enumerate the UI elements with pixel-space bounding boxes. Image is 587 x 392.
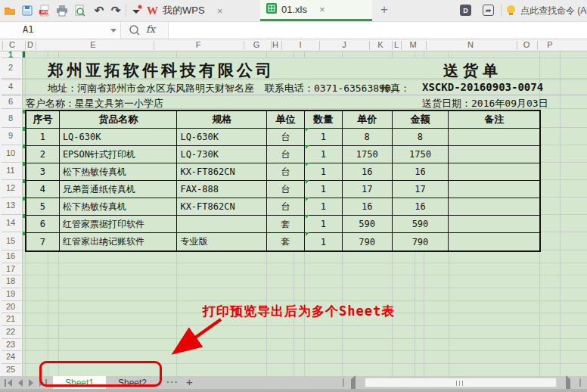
- table-cell[interactable]: 8: [343, 129, 393, 146]
- column-header-J[interactable]: J: [338, 40, 350, 49]
- table-cell[interactable]: 专业版: [177, 233, 267, 250]
- table-cell[interactable]: 1: [26, 129, 60, 146]
- table-cell[interactable]: 16: [393, 163, 449, 181]
- table-cell[interactable]: 台: [267, 129, 305, 146]
- last-sheet-icon[interactable]: [38, 379, 47, 387]
- column-header-M[interactable]: M: [407, 40, 419, 49]
- table-cell[interactable]: [177, 216, 267, 233]
- close-tab-icon[interactable]: ×: [217, 5, 223, 17]
- table-cell[interactable]: 590: [343, 216, 393, 233]
- table-cell[interactable]: FAX-888: [177, 181, 267, 198]
- more-sheets-icon[interactable]: ···: [166, 376, 179, 389]
- table-cell[interactable]: 1750: [343, 146, 393, 163]
- column-header-C[interactable]: C: [6, 40, 18, 49]
- row-header-19[interactable]: 19: [0, 288, 21, 299]
- next-sheet-icon[interactable]: [27, 379, 36, 387]
- print-icon[interactable]: [55, 4, 69, 17]
- row-header-21[interactable]: 21: [0, 313, 21, 324]
- table-cell[interactable]: 1: [305, 146, 343, 163]
- table-cell[interactable]: KX-FT862CN: [177, 163, 267, 181]
- table-cell[interactable]: 16: [343, 163, 393, 181]
- table-cell[interactable]: 3: [26, 163, 60, 181]
- row-header-6[interactable]: 6: [0, 96, 21, 107]
- row-header-9[interactable]: 9: [0, 130, 21, 141]
- column-header-G[interactable]: G: [250, 40, 262, 49]
- table-cell[interactable]: 松下热敏传真机: [60, 163, 178, 181]
- add-sheet-button[interactable]: +: [186, 376, 193, 389]
- splitter-handle[interactable]: [579, 378, 581, 387]
- row-header-25[interactable]: 25: [0, 364, 21, 375]
- column-header-I[interactable]: I: [294, 40, 306, 49]
- close-tab-icon[interactable]: ×: [319, 4, 325, 15]
- fax-label-cell[interactable]: 传真：: [380, 82, 410, 95]
- table-header-cell[interactable]: 货品名称: [60, 111, 178, 129]
- table-cell[interactable]: EPSON针式打印机: [60, 146, 178, 163]
- table-cell[interactable]: 16: [343, 198, 393, 216]
- row-header-14[interactable]: 14: [0, 217, 21, 228]
- table-cell[interactable]: 17: [343, 181, 393, 198]
- table-header-cell[interactable]: 单价: [343, 111, 393, 129]
- magnifier-icon[interactable]: [129, 24, 141, 39]
- tab-my-wps[interactable]: W 我的WPS ×: [141, 0, 228, 21]
- spreadsheet-grid[interactable]: 郑州亚拓软件科技有限公司 送货单 地址：河南省郑州市金水区东风路明天财智名座 联…: [23, 51, 587, 376]
- fx-icon[interactable]: fx: [146, 23, 155, 35]
- table-cell[interactable]: 红管家票据打印软件: [60, 216, 178, 233]
- table-cell[interactable]: 台: [267, 198, 305, 216]
- row-header-8[interactable]: 8: [0, 113, 21, 123]
- table-cell[interactable]: 1: [305, 216, 343, 233]
- redo-icon[interactable]: ↷: [109, 4, 123, 17]
- sheet-tab-sheet2[interactable]: Sheet2: [106, 376, 159, 389]
- delivery-date-cell[interactable]: 送货日期：2016年09月03日: [422, 97, 548, 110]
- table-header-cell[interactable]: 序号: [26, 111, 60, 129]
- table-header-cell[interactable]: 单位: [267, 111, 305, 129]
- column-header-K[interactable]: K: [374, 40, 387, 49]
- table-cell[interactable]: [449, 233, 539, 250]
- address-cell[interactable]: 地址：河南省郑州市金水区东风路明天财智名座: [48, 82, 254, 95]
- table-cell[interactable]: 套: [267, 233, 305, 250]
- row-header-4[interactable]: 4: [0, 81, 21, 92]
- table-cell[interactable]: LQ-730K: [177, 146, 267, 163]
- table-cell[interactable]: 1: [305, 233, 343, 250]
- row-header-16[interactable]: 16: [0, 250, 21, 261]
- undo-icon[interactable]: ↶: [92, 4, 106, 17]
- table-cell[interactable]: [449, 129, 539, 146]
- table-cell[interactable]: 1750: [393, 146, 449, 163]
- column-header-F[interactable]: F: [192, 40, 204, 49]
- row-header-24[interactable]: 24: [0, 351, 21, 362]
- table-cell[interactable]: KX-FT862CN: [177, 198, 267, 216]
- sheet-tab-sheet1[interactable]: Sheet1: [53, 376, 106, 389]
- table-cell[interactable]: [449, 198, 539, 216]
- first-sheet-icon[interactable]: [5, 379, 14, 387]
- new-tab-button[interactable]: +: [377, 2, 392, 19]
- row-header-10[interactable]: 10: [0, 148, 21, 158]
- table-cell[interactable]: LQ-630K: [60, 129, 178, 146]
- find-command-hint[interactable]: 点此查找命令 (Alt: [520, 0, 587, 21]
- table-cell[interactable]: 590: [393, 216, 449, 233]
- table-header-cell[interactable]: 规格: [177, 111, 267, 129]
- row-header-1[interactable]: 1: [0, 51, 21, 60]
- table-cell[interactable]: 5: [26, 198, 60, 216]
- tab-01-xls[interactable]: 01.xls ×: [260, 0, 372, 21]
- table-cell[interactable]: [449, 146, 539, 163]
- row-header-22[interactable]: 22: [0, 326, 21, 337]
- share-icon[interactable]: ➦: [483, 5, 494, 16]
- phone-cell[interactable]: 联系电话：0371-63563890: [265, 82, 391, 95]
- export-pdf-icon[interactable]: PDF: [38, 4, 51, 17]
- table-cell[interactable]: 790: [343, 233, 393, 250]
- row-header-2[interactable]: 2: [0, 62, 21, 73]
- table-cell[interactable]: 790: [393, 233, 449, 250]
- table-cell[interactable]: 1: [305, 129, 343, 146]
- column-header-O[interactable]: O: [520, 40, 533, 49]
- table-cell[interactable]: 红管家出纳记账软件: [60, 233, 178, 250]
- table-cell[interactable]: 6: [26, 216, 60, 233]
- table-cell[interactable]: 1: [305, 163, 343, 181]
- table-cell[interactable]: 1: [305, 181, 343, 198]
- table-cell[interactable]: 1: [305, 198, 343, 216]
- customer-cell[interactable]: 客户名称：星星文具第一小学店: [26, 97, 163, 110]
- prev-sheet-icon[interactable]: [17, 379, 26, 387]
- row-header-15[interactable]: 15: [0, 235, 21, 246]
- table-cell[interactable]: 2: [26, 146, 60, 163]
- column-header-D[interactable]: D: [24, 40, 36, 49]
- row-header-12[interactable]: 12: [0, 182, 21, 193]
- table-cell[interactable]: [449, 163, 539, 181]
